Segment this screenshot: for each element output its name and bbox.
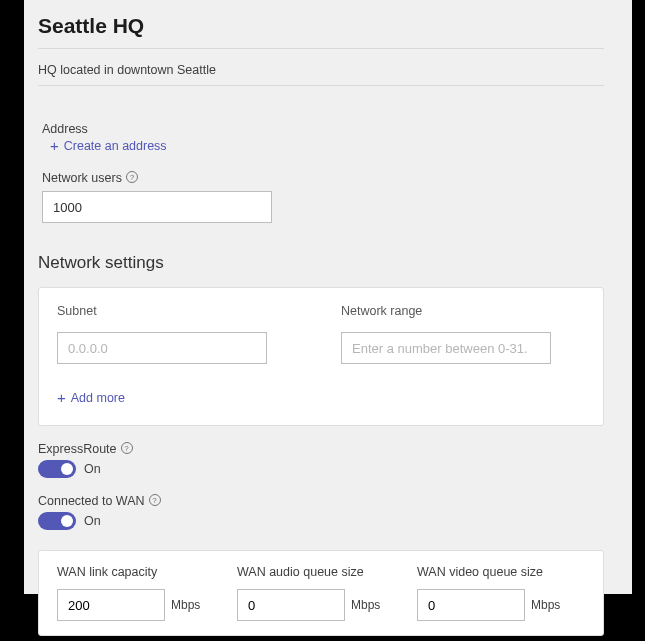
express-route-field: ExpressRoute ? On bbox=[38, 442, 604, 478]
wan-audio-queue-label: WAN audio queue size bbox=[237, 565, 405, 579]
info-icon[interactable]: ? bbox=[126, 171, 138, 183]
plus-icon: + bbox=[50, 138, 59, 153]
plus-icon: + bbox=[57, 390, 66, 405]
network-users-input[interactable] bbox=[42, 191, 272, 223]
subnet-label: Subnet bbox=[57, 304, 301, 318]
wan-link-capacity-input[interactable] bbox=[57, 589, 165, 621]
network-users-field: Network users ? bbox=[42, 171, 604, 223]
add-more-text: Add more bbox=[71, 391, 125, 405]
site-description: HQ located in downtown Seattle bbox=[38, 63, 604, 77]
subnet-input[interactable] bbox=[57, 332, 267, 364]
connected-wan-state: On bbox=[84, 514, 101, 528]
site-settings-panel: Seattle HQ HQ located in downtown Seattl… bbox=[24, 0, 632, 594]
network-settings-card: Subnet Network range + Add more bbox=[38, 287, 604, 426]
wan-video-queue-field: WAN video queue size Mbps bbox=[417, 565, 585, 621]
add-more-link[interactable]: + Add more bbox=[57, 390, 125, 405]
address-field: Address + Create an address bbox=[42, 122, 604, 155]
unit-label: Mbps bbox=[171, 598, 200, 612]
express-route-label: ExpressRoute bbox=[38, 442, 117, 456]
create-address-text: Create an address bbox=[64, 139, 167, 153]
network-users-label: Network users ? bbox=[42, 171, 604, 185]
info-icon[interactable]: ? bbox=[121, 442, 133, 454]
wan-audio-queue-input[interactable] bbox=[237, 589, 345, 621]
network-range-input[interactable] bbox=[341, 332, 551, 364]
divider bbox=[38, 85, 604, 86]
connected-wan-label: Connected to WAN bbox=[38, 494, 145, 508]
wan-link-capacity-field: WAN link capacity Mbps bbox=[57, 565, 225, 621]
info-icon[interactable]: ? bbox=[149, 494, 161, 506]
address-label: Address bbox=[42, 122, 604, 136]
wan-card: WAN link capacity Mbps WAN audio queue s… bbox=[38, 550, 604, 636]
connected-wan-toggle[interactable] bbox=[38, 512, 76, 530]
express-route-state: On bbox=[84, 462, 101, 476]
divider bbox=[38, 48, 604, 49]
wan-video-queue-input[interactable] bbox=[417, 589, 525, 621]
network-settings-title: Network settings bbox=[38, 253, 604, 273]
unit-label: Mbps bbox=[531, 598, 560, 612]
express-route-toggle[interactable] bbox=[38, 460, 76, 478]
page-title: Seattle HQ bbox=[38, 14, 604, 38]
wan-link-capacity-label: WAN link capacity bbox=[57, 565, 225, 579]
wan-video-queue-label: WAN video queue size bbox=[417, 565, 585, 579]
wan-audio-queue-field: WAN audio queue size Mbps bbox=[237, 565, 405, 621]
network-range-label: Network range bbox=[341, 304, 585, 318]
connected-wan-field: Connected to WAN ? On bbox=[38, 494, 604, 530]
create-address-link[interactable]: + Create an address bbox=[50, 138, 167, 153]
unit-label: Mbps bbox=[351, 598, 380, 612]
